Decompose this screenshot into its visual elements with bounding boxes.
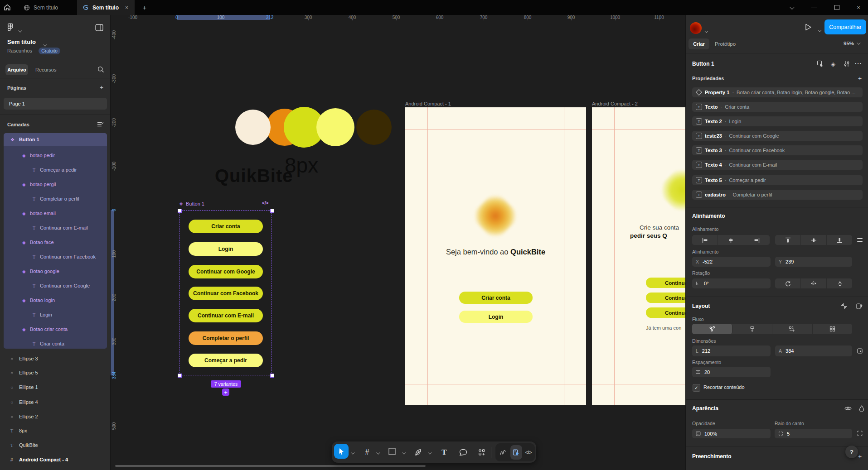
layer-row-ellipse-1[interactable]: ○Ellipse 1 bbox=[0, 381, 111, 393]
frame2-button-3[interactable]: Continuar co bbox=[646, 307, 685, 318]
align-bottom-button[interactable] bbox=[827, 235, 852, 245]
align-middle-v-button[interactable] bbox=[801, 235, 827, 245]
flow-horizontal-button[interactable] bbox=[772, 324, 813, 334]
layer-row-login[interactable]: TLogin bbox=[0, 309, 111, 321]
flow-grid-button[interactable] bbox=[813, 324, 853, 334]
shape-tool-icon[interactable] bbox=[389, 448, 396, 456]
frame2-button-1[interactable]: Continuar co bbox=[646, 278, 685, 288]
selection-handle[interactable] bbox=[178, 374, 182, 378]
canvas-text-quikbite[interactable]: QuikBite bbox=[215, 166, 293, 186]
component-name[interactable]: Button 1 bbox=[186, 201, 204, 206]
add-fill-icon[interactable]: + bbox=[858, 453, 862, 460]
component-target-icon[interactable]: ◈ bbox=[831, 61, 835, 67]
selection-handle[interactable] bbox=[270, 374, 274, 378]
flow-vertical-button[interactable] bbox=[732, 324, 773, 334]
diamond-gradient-shape[interactable] bbox=[470, 190, 521, 241]
layer-row-continuar-com-facebook[interactable]: TContinuar com Facebook bbox=[0, 251, 111, 263]
variant-button-continuar-com-facebook[interactable]: Continuar com Facebook bbox=[189, 287, 263, 300]
layer-row-8px[interactable]: T8px bbox=[0, 425, 111, 436]
move-tool-chevron-icon[interactable] bbox=[351, 448, 354, 456]
width-input[interactable]: L212 bbox=[692, 345, 771, 356]
palette-ellipse-4[interactable] bbox=[316, 108, 354, 146]
figma-menu-chevron-icon[interactable] bbox=[18, 26, 21, 34]
layer-row-ellipse-5[interactable]: ○Ellipse 5 bbox=[0, 367, 111, 379]
tab-prototipo[interactable]: Protótipo bbox=[715, 41, 736, 47]
variant-button-criar-conta[interactable]: Criar conta bbox=[189, 220, 263, 233]
collapse-layout-icon[interactable] bbox=[841, 303, 847, 309]
close-tab-icon[interactable]: × bbox=[125, 5, 128, 11]
layers-options-icon[interactable] bbox=[97, 121, 104, 127]
search-icon[interactable] bbox=[97, 66, 104, 73]
rotate-icon[interactable] bbox=[775, 278, 801, 288]
corner-radius-input[interactable]: 5 bbox=[775, 429, 852, 438]
layer-row-ellipse-3[interactable]: ○Ellipse 3 bbox=[0, 353, 111, 364]
draw-tool-icon[interactable] bbox=[499, 449, 507, 456]
help-button[interactable]: ? bbox=[845, 446, 858, 458]
welcome-text[interactable]: Seja bem-vindo ao QuickBite bbox=[405, 248, 586, 256]
independent-corners-icon[interactable] bbox=[857, 431, 863, 436]
layer-row-criar-conta[interactable]: TCriar conta bbox=[0, 338, 111, 350]
layer-row-ellipse-4[interactable]: ○Ellipse 4 bbox=[0, 396, 111, 408]
window-minimize-icon[interactable]: — bbox=[805, 0, 823, 15]
tab-recursos[interactable]: Recursos bbox=[35, 67, 56, 72]
add-property-icon[interactable]: + bbox=[858, 75, 862, 82]
property-row-cadastro[interactable]: Tcadastro·Completar o perfil bbox=[692, 190, 863, 200]
add-variant-button[interactable]: + bbox=[222, 388, 229, 396]
figma-menu-icon[interactable] bbox=[6, 23, 15, 32]
flip-horizontal-icon[interactable] bbox=[801, 278, 827, 288]
add-page-button[interactable]: + bbox=[98, 84, 105, 91]
variants-badge[interactable]: 7 variantes bbox=[211, 380, 241, 388]
height-input[interactable]: A384 bbox=[775, 345, 852, 356]
window-close-icon[interactable]: × bbox=[849, 0, 868, 15]
layer-row-botao-pergil[interactable]: ◆botao pergil bbox=[0, 178, 111, 190]
layer-row-button-1[interactable]: ❖Button 1 bbox=[0, 134, 111, 145]
breadcrumb-folder[interactable]: Rascunhos bbox=[7, 48, 32, 53]
adjust-sliders-icon[interactable] bbox=[844, 61, 850, 67]
pen-tool-chevron-icon[interactable] bbox=[428, 448, 431, 456]
palette-ellipse-1[interactable] bbox=[235, 110, 271, 145]
spacing-input[interactable]: 20 bbox=[692, 367, 771, 377]
property-row-property-1[interactable]: Property 1·Botao criar conta, Botao logi… bbox=[692, 87, 863, 97]
rotation-input[interactable]: 0° bbox=[692, 278, 771, 288]
flip-vertical-icon[interactable] bbox=[827, 278, 852, 288]
y-position-input[interactable]: Y239 bbox=[775, 257, 852, 267]
canvas[interactable]: -100010021230040050060070080090010001100… bbox=[111, 15, 685, 470]
layer-row-android-compact-4[interactable]: #Android Compact - 4 bbox=[0, 454, 111, 465]
layer-row-ellipse-2[interactable]: ○Ellipse 2 bbox=[0, 411, 111, 422]
tab-criar[interactable]: Criar bbox=[689, 38, 709, 49]
comment-tool-icon[interactable] bbox=[459, 449, 467, 456]
present-chevron-icon[interactable] bbox=[818, 26, 820, 34]
property-row-texto[interactable]: TTexto·Criar conta bbox=[692, 102, 863, 112]
diamond-gradient-shape[interactable] bbox=[655, 163, 685, 217]
property-row-texto-4[interactable]: TTexto 4·Continuar com E-mail bbox=[692, 160, 863, 170]
layer-row-come-ar-a-pedir[interactable]: TComeçar a pedir bbox=[0, 164, 111, 176]
tab-sem-titulo-2[interactable]: Sem título × bbox=[77, 0, 135, 15]
window-maximize-icon[interactable] bbox=[828, 0, 846, 15]
align-right-button[interactable] bbox=[744, 235, 770, 245]
tab-arquivo[interactable]: Arquivo bbox=[5, 64, 28, 75]
select-matching-icon[interactable] bbox=[817, 61, 824, 67]
selection-handle[interactable] bbox=[270, 209, 274, 213]
variant-button-login[interactable]: Login bbox=[189, 242, 263, 256]
frame2-button-2[interactable]: Continuar co bbox=[646, 293, 685, 303]
frame-tool-chevron-icon[interactable] bbox=[376, 448, 379, 456]
frame2-footer[interactable]: Já tem uma con bbox=[646, 325, 681, 331]
canvas-horizontal-scrollbar[interactable] bbox=[115, 465, 426, 467]
frame1[interactable]: Seja bem-vindo ao QuickBite Criar contaL… bbox=[405, 107, 586, 405]
frame1-label[interactable]: Android Compact - 1 bbox=[405, 101, 451, 107]
component-code-icon[interactable]: </> bbox=[262, 201, 268, 206]
share-button[interactable]: Compartilhar bbox=[824, 19, 866, 34]
home-icon[interactable] bbox=[3, 3, 12, 12]
frame1-button-login[interactable]: Login bbox=[459, 311, 533, 323]
actions-tool-icon[interactable] bbox=[478, 449, 485, 456]
layer-row-botao-login[interactable]: ◆Botao login bbox=[0, 294, 111, 306]
align-left-button[interactable] bbox=[692, 235, 718, 245]
frame1-button-criar-conta[interactable]: Criar conta bbox=[459, 292, 533, 304]
more-options-icon[interactable]: ··· bbox=[855, 60, 862, 67]
property-row-texto-2[interactable]: TTexto 2·Login bbox=[692, 116, 863, 126]
distribute-icon[interactable] bbox=[857, 237, 863, 243]
page-item-page1[interactable]: Page 1 bbox=[4, 98, 107, 110]
code-tool-icon[interactable]: </> bbox=[525, 450, 532, 455]
add-autolayout-icon[interactable] bbox=[856, 303, 863, 310]
variant-button-completar-o-perfil[interactable]: Completar o perfil bbox=[189, 331, 263, 345]
